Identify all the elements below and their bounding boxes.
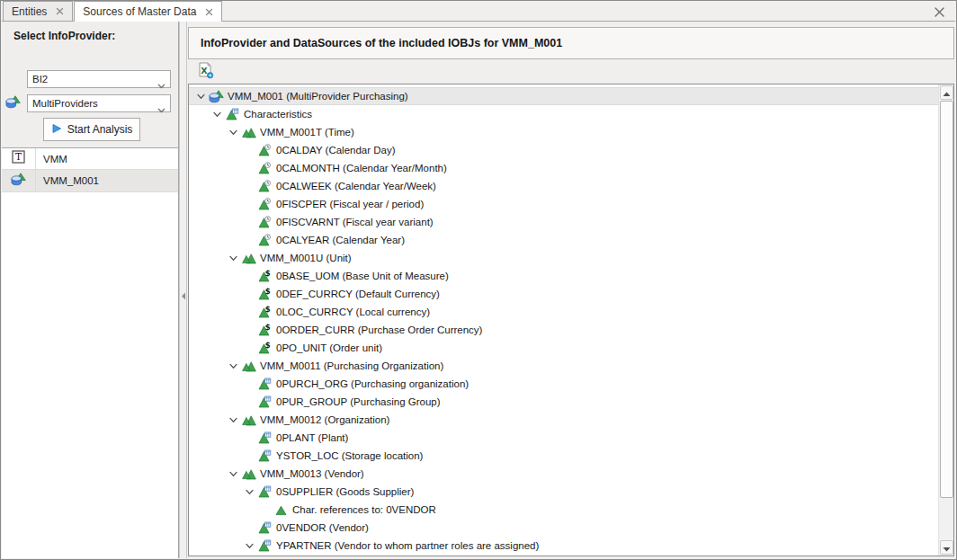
tree-row[interactable]: $0PO_UNIT (Order unit) xyxy=(189,339,938,357)
tree-row[interactable]: Char. references to: 0VENDOR xyxy=(189,501,938,519)
scrollbar-thumb[interactable] xyxy=(940,101,953,498)
tree-row[interactable]: Characteristics xyxy=(189,105,938,123)
excel-export-icon: X xyxy=(197,62,214,83)
tree-row[interactable]: $0ORDER_CURR (Purchase Order Currency) xyxy=(189,321,938,339)
tree-row[interactable]: 0PUR_GROUP (Purchasing Group) xyxy=(189,393,938,411)
infoprovider-sidebar: Select InfoProvider: BI2 MultiProviders … xyxy=(2,22,179,558)
characteristic-icon xyxy=(257,431,273,444)
chevron-down-icon[interactable] xyxy=(209,110,225,120)
tree-row-label: 0ORDER_CURR (Purchase Order Currency) xyxy=(276,321,482,339)
svg-text:$: $ xyxy=(265,324,271,332)
tree-row[interactable]: $0BASE_UOM (Base Unit of Measure) xyxy=(189,267,938,285)
close-icon[interactable] xyxy=(934,5,946,18)
tree-row-label: 0BASE_UOM (Base Unit of Measure) xyxy=(276,267,449,285)
vertical-scrollbar[interactable] xyxy=(938,84,953,556)
tree-row[interactable]: 0CALMONTH (Calendar Year/Month) xyxy=(189,159,938,177)
tree-row[interactable]: VMM_M001T (Time) xyxy=(189,123,938,141)
scroll-down-button[interactable] xyxy=(940,540,953,555)
tree-row-label: 0CALMONTH (Calendar Year/Month) xyxy=(276,159,447,177)
chevron-down-icon[interactable] xyxy=(225,469,241,479)
tree-row-label: Char. references to: 0VENDOR xyxy=(292,501,436,519)
tree-row[interactable]: YSTOR_LOC (Storage location) xyxy=(189,447,938,465)
tree-row[interactable]: VMM_M0012 (Organization) xyxy=(189,411,938,429)
infoprovider-list-item[interactable]: VMM_M001 xyxy=(2,170,178,192)
chevron-down-icon[interactable] xyxy=(225,128,241,138)
tree-row-label: Characteristics xyxy=(244,105,312,123)
tree-row-label: 0SUPPLIER (Goods Supplier) xyxy=(276,483,414,501)
dimension-icon xyxy=(241,126,256,138)
tree-row[interactable]: 0FISCVARNT (Fiscal year variant) xyxy=(189,213,938,231)
tree-row[interactable]: $0DEF_CURRCY (Default Currency) xyxy=(189,285,938,303)
tree-row-label: 0PURCH_ORG (Purchasing organization) xyxy=(276,375,469,393)
chevron-down-icon[interactable] xyxy=(225,361,241,371)
chevron-down-icon[interactable] xyxy=(192,92,209,102)
dimension-icon xyxy=(241,360,256,372)
export-to-excel-button[interactable]: X xyxy=(194,61,216,83)
tree-row-label: 0DEF_CURRCY (Default Currency) xyxy=(276,285,440,303)
svg-text:T: T xyxy=(15,151,22,162)
tab-close-icon[interactable] xyxy=(56,7,64,15)
tree-row[interactable]: 0PURCH_ORG (Purchasing organization) xyxy=(189,375,938,393)
tab-sources-label: Sources of Master Data xyxy=(83,5,196,18)
infoprovider-list: T VMM VMM_M001 xyxy=(2,147,178,558)
tree-row[interactable]: 0CALWEEK (Calendar Year/Week) xyxy=(189,177,938,195)
time-char-icon xyxy=(257,144,273,156)
collapse-left-icon[interactable] xyxy=(181,288,186,304)
system-dropdown[interactable]: BI2 xyxy=(27,70,171,88)
provider-type-dropdown[interactable]: MultiProviders xyxy=(27,94,171,112)
characteristic-icon xyxy=(257,449,273,462)
play-icon xyxy=(51,123,62,137)
tree-row[interactable]: 0FISCPER (Fiscal year / period) xyxy=(189,195,938,213)
tree-row[interactable]: VMM_M0011 (Purchasing Organization) xyxy=(189,357,938,375)
chevron-down-icon xyxy=(157,102,165,118)
tab-close-icon[interactable] xyxy=(205,8,213,16)
chevron-down-icon[interactable] xyxy=(225,253,241,263)
app-window: Entities Sources of Master Data Select I… xyxy=(0,0,957,560)
infoprovider-filter-row: T VMM xyxy=(2,148,178,170)
tree-row[interactable]: 0CALDAY (Calendar Day) xyxy=(189,141,938,159)
tree-row[interactable]: $0LOC_CURRCY (Local currency) xyxy=(189,303,938,321)
chevron-down-icon xyxy=(157,77,165,93)
tree-row-label: 0CALWEEK (Calendar Year/Week) xyxy=(276,177,436,195)
tree-row[interactable]: 0VENDOR (Vendor) xyxy=(189,519,938,537)
tab-entities[interactable]: Entities xyxy=(3,1,73,21)
iobj-tree: VMM_M001 (MultiProvider Purchasing)Chara… xyxy=(189,87,938,555)
unit-char-icon: $ xyxy=(257,324,273,336)
scroll-up-button[interactable] xyxy=(940,85,953,100)
tree-row[interactable]: 0CALYEAR (Calendar Year) xyxy=(189,231,938,249)
chevron-down-icon[interactable] xyxy=(241,541,257,551)
tree-row[interactable]: 0PLANT (Plant) xyxy=(189,429,938,447)
time-char-icon xyxy=(257,180,273,192)
multiprovider-icon xyxy=(5,95,21,112)
tree-row-label: 0CALYEAR (Calendar Year) xyxy=(276,231,405,249)
dimension-icon xyxy=(241,467,256,480)
infoprovider-name: VMM_M001 xyxy=(36,170,178,191)
tab-entities-label: Entities xyxy=(12,5,47,18)
tree-row[interactable]: VMM_M001 (MultiProvider Purchasing) xyxy=(189,87,938,105)
arrow-up-icon xyxy=(943,84,951,101)
tree-row-label: VMM_M001U (Unit) xyxy=(260,249,352,267)
tree-panel: VMM_M001 (MultiProvider Purchasing)Chara… xyxy=(188,84,954,556)
text-filter-icon: T xyxy=(12,150,25,167)
filter-input[interactable]: VMM xyxy=(36,148,178,169)
chevron-down-icon[interactable] xyxy=(241,487,257,497)
text-filter-cell: T xyxy=(2,148,36,169)
characteristic-icon xyxy=(257,485,273,498)
svg-text:X: X xyxy=(201,66,208,76)
tree-row-label: 0FISCVARNT (Fiscal year variant) xyxy=(276,213,434,231)
tree-row[interactable]: YPARTNER (Vendor to whom partner roles a… xyxy=(189,537,938,555)
multiprovider-icon xyxy=(209,90,224,103)
tree-row[interactable]: VMM_M001U (Unit) xyxy=(189,249,938,267)
tree-row-label: VMM_M0011 (Purchasing Organization) xyxy=(260,357,443,375)
svg-text:$: $ xyxy=(265,342,271,350)
tree-row[interactable]: VMM_M0013 (Vendor) xyxy=(189,465,938,483)
tree-row[interactable]: 0SUPPLIER (Goods Supplier) xyxy=(189,483,938,501)
tab-sources-of-master-data[interactable]: Sources of Master Data xyxy=(74,1,222,22)
start-analysis-button[interactable]: Start Analysis xyxy=(43,118,140,141)
time-char-icon xyxy=(257,162,273,174)
sidebar-splitter[interactable] xyxy=(179,22,187,558)
provider-type-dropdown-value: MultiProviders xyxy=(32,98,98,109)
tree-row-label: VMM_M0012 (Organization) xyxy=(260,411,389,429)
chevron-down-icon[interactable] xyxy=(225,415,241,425)
characteristic-icon xyxy=(225,108,240,120)
